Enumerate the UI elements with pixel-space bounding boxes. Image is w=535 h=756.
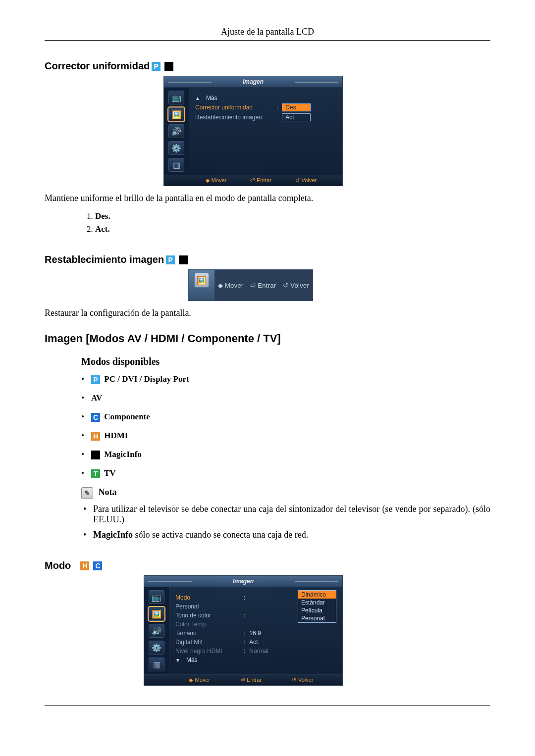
sidebar-picture-icon[interactable]: 🖼️ xyxy=(149,607,164,621)
nota-list: Para utilizar el televisor se debe conec… xyxy=(81,504,490,540)
nota-heading: Nota xyxy=(81,487,490,499)
osd-footer: ◆Mover ⏎Entrar ↺Volver xyxy=(164,175,342,186)
row-value: Normal xyxy=(249,648,268,655)
opt-des: Des. xyxy=(95,211,490,221)
row-modo[interactable]: Modo : xyxy=(175,594,293,601)
row-label: Tamaño xyxy=(175,630,240,637)
osd-title: Imagen xyxy=(164,76,342,88)
osd-content: Modo : Personal Tono de color : Color Te… xyxy=(169,587,342,674)
mode-av: AV xyxy=(81,393,490,403)
row-digitalnr[interactable]: Digital NR : Act. xyxy=(175,639,293,646)
heading-modo: Modo H C xyxy=(45,560,490,571)
page-header: Ajuste de la pantalla LCD xyxy=(45,25,490,40)
row-label: Color Temp. xyxy=(175,621,240,628)
row-value-selected[interactable]: Des. xyxy=(282,103,311,111)
row-label: Restablecimiento imagen xyxy=(195,114,272,121)
mode-hdmi: H HDMI xyxy=(81,431,490,441)
sidebar-sound-icon[interactable]: 🔊 xyxy=(149,624,164,638)
osd-title: Imagen xyxy=(144,576,342,587)
magicinfo-icon xyxy=(179,255,188,264)
t-icon: T xyxy=(91,469,100,478)
sidebar-setup-icon[interactable]: ⚙️ xyxy=(168,141,184,155)
restablecimiento-desc: Restaurar la configuración de la pantall… xyxy=(45,308,490,318)
osd-more-label: Más xyxy=(186,656,198,663)
row-nivelnegro: Nivel negro HDMI : Normal xyxy=(175,648,293,655)
picture-icon: 🖼️ xyxy=(194,273,209,288)
dropdown-option[interactable]: Estándar xyxy=(298,599,336,606)
row-personal[interactable]: Personal xyxy=(175,603,293,610)
footer-move: ◆Mover xyxy=(206,177,227,184)
dropdown-option[interactable]: Película xyxy=(298,606,336,614)
row-label: Tono de color xyxy=(175,612,240,619)
osd-more-up[interactable]: ▲ Más xyxy=(195,95,336,101)
heading-corrector-text: Corrector uniformidad xyxy=(45,60,150,72)
footer-move: ◆Mover xyxy=(189,677,210,683)
osd-modo: Imagen 📺 🖼️ 🔊 ⚙️ ▥ Modo : Personal Tono … xyxy=(144,575,343,686)
c-icon: C xyxy=(91,413,100,422)
h-icon: H xyxy=(91,432,100,441)
note-icon xyxy=(81,487,93,499)
sidebar-sound-icon[interactable]: 🔊 xyxy=(168,124,184,138)
row-value: Act. xyxy=(249,639,260,646)
magicinfo-icon xyxy=(91,451,100,459)
p-icon: P xyxy=(152,62,160,71)
nota2-bold: MagicInfo xyxy=(93,530,133,540)
modo-dropdown[interactable]: Dinámico Estándar Película Personal xyxy=(298,590,336,623)
modes-list: P PC / DVI / Display Port AV C Component… xyxy=(81,374,490,478)
footer-enter: ⏎Entrar xyxy=(240,677,262,683)
heading-restablecimiento-text: Restablecimiento imagen xyxy=(45,254,164,265)
osd2-footer: ◆ Mover ⏎ Entrar ↺ Volver xyxy=(214,270,313,301)
corrector-options: Des. Act. xyxy=(81,211,490,234)
osd-more-down[interactable]: ▼ Más xyxy=(175,656,293,663)
row-label: Nivel negro HDMI xyxy=(175,648,240,655)
sidebar-input-icon[interactable]: 📺 xyxy=(168,91,184,104)
row-label: Personal xyxy=(175,603,240,610)
osd-restablecimiento: 🖼️ ◆ Mover ⏎ Entrar ↺ Volver xyxy=(188,269,313,301)
nota2-rest: sólo se activa cuando se conecta una caj… xyxy=(133,530,308,540)
osd-more-label: Más xyxy=(206,95,217,101)
dropdown-option[interactable]: Dinámico xyxy=(298,591,336,599)
sidebar-setup-icon[interactable]: ⚙️ xyxy=(149,641,164,655)
osd-row-corrector[interactable]: Corrector uniformidad : Des. xyxy=(195,103,336,111)
row-tono[interactable]: Tono de color : xyxy=(175,612,293,619)
sidebar-picture-icon[interactable]: 🖼️ xyxy=(168,107,184,121)
h-icon: H xyxy=(80,561,89,570)
p-icon: P xyxy=(166,255,175,264)
osd-sidebar: 📺 🖼️ 🔊 ⚙️ ▥ xyxy=(164,88,189,175)
chevron-up-icon: ▲ xyxy=(195,96,200,101)
footer-back: ↺Volver xyxy=(292,677,314,683)
row-tamano[interactable]: Tamaño : 16:9 xyxy=(175,630,293,637)
footer-back: ↺ Volver xyxy=(283,282,309,289)
heading-corrector: Corrector uniformidad P xyxy=(45,60,490,72)
row-label: Corrector uniformidad xyxy=(195,104,272,111)
c-icon: C xyxy=(93,561,102,570)
sidebar-input-icon[interactable]: 📺 xyxy=(149,590,164,604)
mode-componente: C Componente xyxy=(81,412,490,422)
dropdown-option[interactable]: Personal xyxy=(298,614,336,622)
row-value[interactable]: Act. xyxy=(282,113,311,121)
footer-enter: ⏎Entrar xyxy=(250,177,271,184)
row-label: Digital NR xyxy=(175,639,240,646)
footer-back: ↺Volver xyxy=(295,177,317,184)
row-sep xyxy=(276,114,278,121)
heading-imagen-modos: Imagen [Modos AV / HDMI / Componente / T… xyxy=(45,332,490,345)
osd-sidebar: 📺 🖼️ 🔊 ⚙️ ▥ xyxy=(144,587,169,674)
row-label: Modo xyxy=(175,594,240,601)
nota-item-1: Para utilizar el televisor se debe conec… xyxy=(81,504,490,525)
mode-tv: T TV xyxy=(81,468,490,478)
subhead-modos-disponibles: Modos disponibles xyxy=(81,356,490,367)
row-colortemp: Color Temp. xyxy=(175,621,293,628)
sidebar-multi-icon[interactable]: ▥ xyxy=(149,657,164,671)
osd-footer: ◆Mover ⏎Entrar ↺Volver xyxy=(144,674,342,685)
nota-item-2: MagicInfo sólo se activa cuando se conec… xyxy=(81,530,490,540)
footer-move: ◆ Mover xyxy=(218,282,244,289)
osd-row-restablecimiento[interactable]: Restablecimiento imagen Act. xyxy=(195,113,336,121)
chevron-down-icon: ▼ xyxy=(175,657,180,663)
sidebar-multi-icon[interactable]: ▥ xyxy=(168,158,184,172)
osd-corrector: Imagen 📺 🖼️ 🔊 ⚙️ ▥ ▲ Más Corrector unifo… xyxy=(163,76,343,186)
heading-modo-text: Modo xyxy=(45,560,71,571)
osd-content: ▲ Más Corrector uniformidad : Des. Resta… xyxy=(189,88,342,175)
heading-restablecimiento: Restablecimiento imagen P xyxy=(45,254,490,265)
rule-top xyxy=(45,40,490,41)
magicinfo-icon xyxy=(164,62,173,71)
